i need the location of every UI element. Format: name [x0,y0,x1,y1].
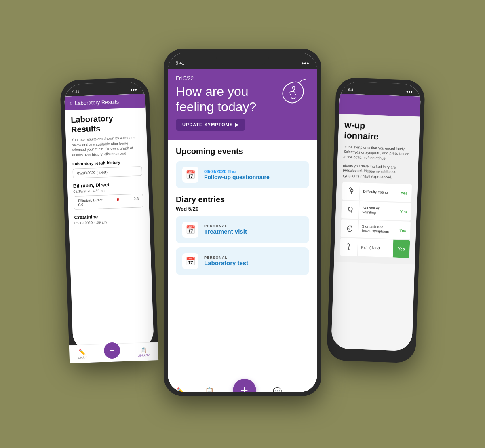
right-notch [364,82,397,93]
left-phone: 9:41 ●●● ‹ Laboratory Results Laboratory… [60,77,158,363]
lab-name: Laboratory test [204,260,248,266]
back-arrow-icon[interactable]: ‹ [70,99,72,107]
center-phone-inner: 9:41 ●●● Fri 5/22 How are you feeling to… [168,53,317,392]
center-nav-diary[interactable]: ✏️ DIARY [175,387,186,392]
center-notch [216,53,269,65]
event-date: 06/04/2020 Thu [204,169,270,174]
center-more-icon: ☰ [301,387,308,392]
right-header [339,94,421,117]
left-content: ‹ Laboratory Results Laboratory Results … [64,94,154,351]
center-body: Upcoming events 📅 06/04/2020 Thu Follow-… [168,140,317,383]
diary-icon: ✏️ [79,349,86,351]
bilirubin-table: Bilirubin, Direct H 0.8 0.0 [74,194,143,210]
left-nav-diary[interactable]: ✏️ DIARY [78,349,86,351]
symptom-pain[interactable]: Pain (diary) Yes [340,238,410,258]
pain-label: Pain (diary) [358,243,393,254]
difficulty-eating-status: Yes [396,189,412,197]
stomach-label: Stomach and bowel symptoms [358,222,396,237]
treatment-calendar-icon: 📅 [182,222,198,238]
right-phone-inner: 9:41 ●●● w-up ionnaire ct the symptoms t… [331,82,421,351]
center-nav-fab[interactable]: + [233,379,256,393]
lab-calendar-icon: 📅 [182,253,198,269]
left-body: Laboratory Results Your lab results are … [65,108,150,252]
treatment-visit-details: PERSONAL Treatment visit [204,224,247,235]
header-question: How are you feeling today? [176,84,273,115]
right-phone: 9:41 ●●● w-up ionnaire ct the symptoms t… [327,77,425,363]
difficulty-eating-label: Difficulty eating [360,187,397,198]
bilirubin-flag: H [117,197,120,201]
nausea-status: Yes [396,208,411,216]
library-icon: 📋 [140,346,147,351]
left-nav-fab[interactable]: + [103,342,120,351]
calendar-icon: 📅 [182,167,198,183]
left-header-title: Laboratory Results [75,98,119,106]
treatment-visit-card[interactable]: 📅 PERSONAL Treatment visit [176,216,309,243]
center-nav-more[interactable]: ☰ MORE [299,387,310,392]
diary-date: Wed 5/20 [176,206,309,212]
stomach-icon [341,219,359,238]
difficulty-eating-icon [342,182,361,201]
upcoming-events-title: Upcoming events [176,147,309,156]
center-nav-library[interactable]: 📋 LIBRARY [202,387,217,392]
left-nav-library[interactable]: 📋 LIBRARY [137,346,150,351]
right-body: w-up ionnaire ct the symptoms that you e… [334,114,420,265]
treatment-label: PERSONAL [204,224,247,228]
lab-history-section: Laboratory result history [72,159,142,166]
lab-results-title: Laboratory Results [71,112,141,134]
lab-test-details: PERSONAL Laboratory test [204,256,248,266]
update-symptoms-label: UPDATE SYMPTOMS [182,122,233,127]
event-name: Follow-up questionnaire [204,174,270,180]
diary-entries-title: Diary entries [176,195,309,204]
symptom-nausea[interactable]: Nausea or vomiting Yes [341,201,411,221]
date-latest-box[interactable]: 05/18/2020 (latest) [72,166,142,178]
svg-point-1 [295,94,296,95]
center-nav-bar: ✏️ DIARY 📋 LIBRARY + 💬 CLINIC ☰ MORE [168,380,317,392]
lab-results-desc: Your lab results are shown by visit date… [72,135,142,158]
event-details: 06/04/2020 Thu Follow-up questionnaire [204,169,270,180]
right-desc2: ptoms you have marked in ry are preselec… [343,163,413,181]
lab-label: PERSONAL [204,256,248,260]
bilirubin-value: 0.8 [133,197,139,201]
center-diary-icon: ✏️ [177,387,186,392]
bilirubin-name: Bilirubin, Direct [78,198,103,203]
pain-status: Yes [393,240,410,258]
center-nav-clinic[interactable]: 💬 CLINIC [272,387,284,392]
symptom-difficulty-eating[interactable]: Difficulty eating Yes [342,182,412,202]
left-phone-inner: 9:41 ●●● ‹ Laboratory Results Laboratory… [64,82,154,351]
pain-icon [340,238,358,256]
symptom-stomach[interactable]: Stomach and bowel symptoms Yes [341,219,411,239]
treatment-name: Treatment visit [204,228,247,235]
left-nav-bar: ✏️ DIARY + 📋 LIBRARY [69,342,154,351]
center-content: Fri 5/22 How are you feeling today? UPDA… [168,69,317,392]
update-symptoms-btn[interactable]: UPDATE SYMPTOMS ▶ [176,119,245,131]
center-header: Fri 5/22 How are you feeling today? UPDA… [168,69,317,140]
nausea-icon [341,201,360,219]
lab-test-card[interactable]: 📅 PERSONAL Laboratory test [176,247,309,275]
face-icon [277,77,309,109]
update-symptoms-arrow: ▶ [235,122,239,127]
followup-event-card[interactable]: 📅 06/04/2020 Thu Follow-up questionnaire [176,161,309,188]
right-desc1: ct the symptoms that you enced lately. S… [343,144,413,162]
center-library-icon: 📋 [205,387,214,392]
right-title: w-up ionnaire [344,120,414,144]
center-clinic-icon: 💬 [273,387,282,392]
bilirubin-ref: 0.0 [78,203,83,207]
right-content: w-up ionnaire ct the symptoms that you e… [331,94,421,351]
stomach-status: Yes [395,226,411,235]
nausea-label: Nausea or vomiting [359,203,396,219]
center-phone: 9:41 ●●● Fri 5/22 How are you feeling to… [164,49,321,396]
svg-point-0 [290,94,291,95]
